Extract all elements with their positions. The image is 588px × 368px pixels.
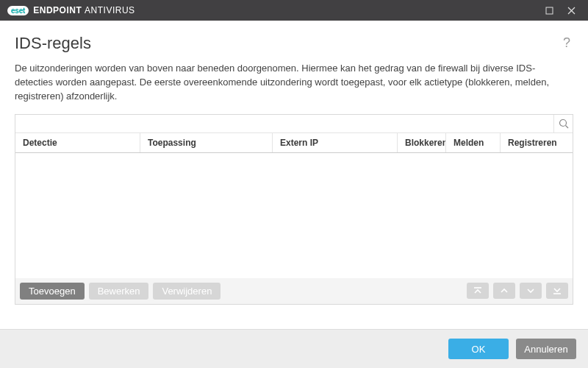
move-bottom-button[interactable] (546, 283, 568, 299)
header: IDS-regels ? (0, 21, 588, 59)
col-application[interactable]: Toepassing (140, 133, 273, 152)
table-footer: Toevoegen Bewerken Verwijderen (15, 278, 573, 304)
add-button[interactable]: Toevoegen (20, 283, 85, 300)
page-description: De uitzonderingen worden van boven naar … (0, 59, 588, 114)
cancel-button[interactable]: Annuleren (516, 339, 576, 359)
col-block[interactable]: Blokkeren (398, 133, 446, 152)
search-row (15, 115, 573, 133)
chevron-bottom-icon (553, 286, 562, 295)
rules-table: Detectie Toepassing Extern IP Blokkeren … (15, 114, 573, 305)
col-detection[interactable]: Detectie (15, 133, 140, 152)
title-bar: eset ENDPOINT ANTIVIRUS (0, 0, 588, 21)
ok-button[interactable]: OK (448, 339, 509, 359)
chevron-up-icon (500, 286, 509, 295)
search-icon (559, 118, 569, 129)
move-up-button[interactable] (493, 283, 515, 299)
brand-badge: eset (7, 6, 29, 15)
table-body[interactable] (15, 153, 573, 278)
search-input[interactable] (15, 115, 553, 132)
dialog-footer: OK Annuleren (0, 329, 588, 368)
edit-button[interactable]: Bewerken (89, 283, 149, 300)
move-top-button[interactable] (467, 283, 489, 299)
move-down-button[interactable] (520, 283, 542, 299)
close-icon (567, 7, 576, 15)
minimize-button[interactable] (538, 0, 560, 21)
help-icon[interactable]: ? (560, 34, 573, 52)
chevron-down-icon (526, 286, 535, 295)
svg-rect-0 (546, 7, 553, 14)
close-button[interactable] (560, 0, 582, 21)
chevron-top-icon (473, 286, 482, 295)
table-header: Detectie Toepassing Extern IP Blokkeren … (15, 133, 573, 153)
minimize-icon (545, 7, 553, 15)
svg-line-4 (565, 125, 568, 128)
col-register[interactable]: Registreren (501, 133, 573, 152)
svg-point-3 (559, 119, 566, 126)
col-extern-ip[interactable]: Extern IP (273, 133, 398, 152)
delete-button[interactable]: Verwijderen (153, 283, 220, 300)
search-button[interactable] (553, 115, 573, 132)
brand-text: ENDPOINT ANTIVIRUS (33, 5, 135, 15)
page-title: IDS-regels (15, 34, 560, 53)
col-notify[interactable]: Melden (446, 133, 501, 152)
